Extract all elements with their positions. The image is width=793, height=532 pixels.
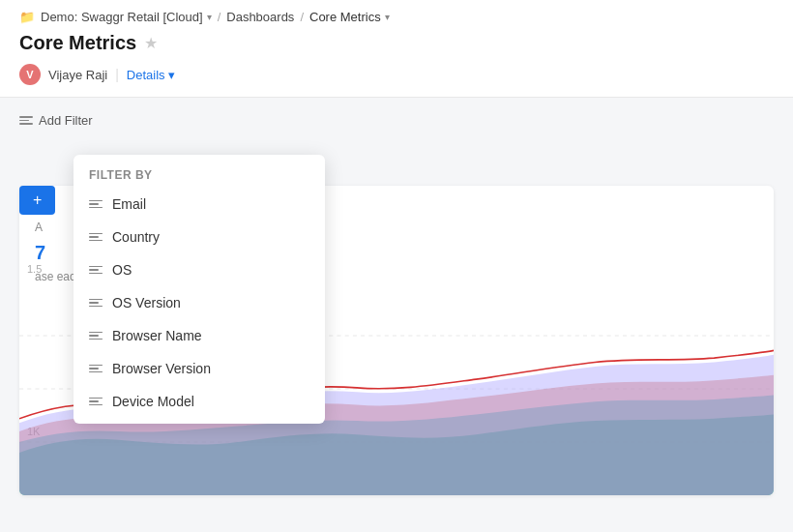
filter-option-browser-version[interactable]: Browser Version [73,352,325,385]
username: Vijaye Raji [48,68,107,82]
filter-option-device-model[interactable]: Device Model [73,385,325,418]
filter-os-version-icon [89,299,103,308]
add-button[interactable]: + [19,186,55,215]
filter-option-os-label: OS [112,262,132,278]
star-icon[interactable]: ★ [144,34,158,52]
filter-lines-icon [19,116,33,125]
breadcrumb-chevron-2[interactable]: ▾ [385,12,390,22]
page-title-row: Core Metrics ★ [19,32,774,64]
filter-option-email-label: Email [112,196,146,212]
filter-option-os-version[interactable]: OS Version [73,286,325,319]
details-chevron-icon: ▾ [168,68,175,82]
breadcrumb-demo[interactable]: Demo: Swaggr Retail [Cloud] [41,10,203,24]
filter-option-country[interactable]: Country [73,221,325,253]
filter-email-icon [89,200,103,209]
filter-option-os[interactable]: OS [73,253,325,286]
filter-option-os-version-label: OS Version [112,295,181,310]
breadcrumb-current: Core Metrics [309,10,381,24]
add-filter-label[interactable]: Add Filter [39,113,93,128]
filter-by-header: Filter by [73,161,325,188]
filter-browser-name-icon [89,332,103,340]
details-button[interactable]: Details ▾ [127,68,175,82]
filter-option-email[interactable]: Email [73,188,325,221]
filter-os-icon [89,266,103,275]
top-bar: 📁 Demo: Swaggr Retail [Cloud] ▾ / Dashbo… [0,0,793,98]
breadcrumb: 📁 Demo: Swaggr Retail [Cloud] ▾ / Dashbo… [19,10,774,32]
filter-option-country-label: Country [112,229,160,245]
filter-bar: Add Filter [19,113,774,128]
filter-country-icon [89,233,103,242]
breadcrumb-chevron-1[interactable]: ▾ [207,12,212,22]
user-row: V Vijaye Raji | Details ▾ [19,64,774,97]
filter-dropdown: Filter by Email Country OS OS Version Br… [73,155,325,424]
filter-browser-version-icon [89,365,103,373]
avatar: V [19,64,41,85]
filter-option-device-model-label: Device Model [112,394,194,409]
page-title: Core Metrics [19,32,136,54]
y-label-top: 1.5 [27,263,42,275]
filter-option-browser-name-label: Browser Name [112,328,202,343]
plus-icon: + [33,192,42,209]
breadcrumb-dashboards[interactable]: Dashboards [226,10,294,24]
folder-icon: 📁 [19,10,35,24]
filter-option-browser-version-label: Browser Version [112,361,211,376]
filter-option-browser-name[interactable]: Browser Name [73,319,325,352]
filter-icon-label: Add Filter [19,113,93,128]
filter-device-model-icon [89,398,103,406]
